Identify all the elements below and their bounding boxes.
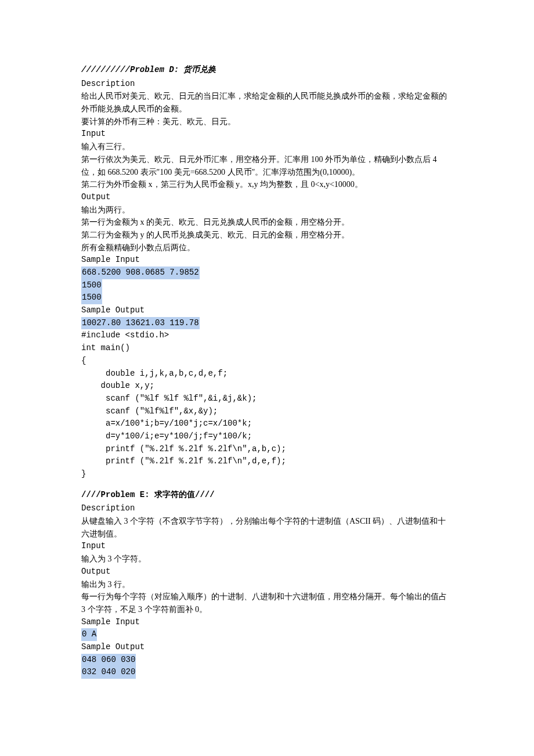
input-text: 第一行依次为美元、欧元、日元外币汇率，用空格分开。汇率用 100 外币为单位，精…: [81, 153, 453, 178]
description-text: 给出人民币对美元、欧元、日元的当日汇率，求给定金额的人民币能兑换成外币的金额，求…: [81, 90, 453, 115]
description-text: 要计算的外币有三种：美元、欧元、日元。: [81, 116, 453, 128]
sample-output-line: 048 060 030: [81, 654, 453, 667]
output-label: Output: [81, 191, 453, 204]
sample-output-line: 10027.80 13621.03 119.78: [81, 317, 453, 330]
sample-input-label: Sample Input: [81, 254, 453, 267]
input-label: Input: [81, 540, 453, 553]
sample-input-label: Sample Input: [81, 616, 453, 629]
description-text: 从键盘输入 3 个字符（不含双字节字符），分别输出每个字符的十进制值（ASCII…: [81, 515, 453, 540]
sample-output-line: 032 040 020: [81, 666, 453, 679]
sample-output-label: Sample Output: [81, 304, 453, 317]
output-text: 每一行为每个字符（对应输入顺序）的十进制、八进制和十六进制值，用空格分隔开。每个…: [81, 591, 453, 615]
sample-input-line: 1500: [81, 279, 453, 292]
output-label: Output: [81, 566, 453, 578]
output-text: 第一行为金额为 x 的美元、欧元、日元兑换成人民币的金额，用空格分开。: [81, 216, 453, 229]
output-text: 输出为两行。: [81, 204, 453, 217]
problem-e-title: ////Problem E: 求字符的值////: [81, 489, 453, 502]
section-gap: [81, 481, 453, 484]
description-label: Description: [81, 78, 453, 91]
output-text: 第二行为金额为 y 的人民币兑换成美元、欧元、日元的金额，用空格分开。: [81, 229, 453, 242]
output-text: 输出为 3 行。: [81, 578, 453, 591]
sample-output-label: Sample Output: [81, 641, 453, 654]
document-page: //////////Problem D: 货币兑换 Description 给出…: [0, 0, 534, 714]
sample-input-line: 668.5200 908.0685 7.9852: [81, 267, 453, 279]
input-text: 输入为 3 个字符。: [81, 553, 453, 566]
code-block: #include <stdio.h> int main() { double i…: [81, 329, 453, 480]
sample-input-line: 0 A: [81, 628, 453, 641]
input-label: Input: [81, 128, 453, 141]
input-text: 输入有三行。: [81, 141, 453, 153]
output-text: 所有金额精确到小数点后两位。: [81, 242, 453, 254]
description-label: Description: [81, 502, 453, 515]
problem-d-title: //////////Problem D: 货币兑换: [81, 64, 453, 77]
sample-input-line: 1500: [81, 291, 453, 304]
input-text: 第二行为外币金额 x，第三行为人民币金额 y。x,y 均为整数，且 0<x,y<…: [81, 178, 453, 191]
